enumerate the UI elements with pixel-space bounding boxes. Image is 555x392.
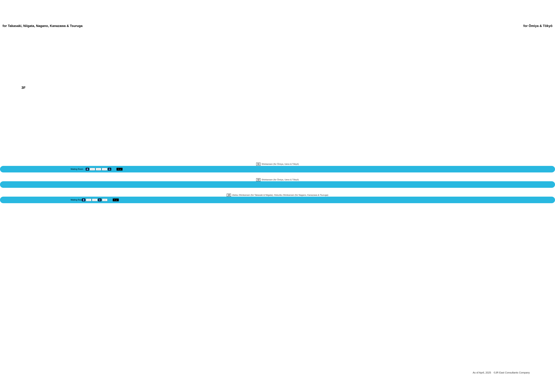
platform-strip-11: Waiting Room ♿ —— —— —— 🏧 ↖ ↙ — [0, 166, 555, 172]
bench-icon-13b: —— — [92, 199, 97, 201]
stairs-icon-11: ↖ ↙ — [117, 168, 123, 171]
bench-icon-11a: —— — [90, 168, 95, 171]
track-13-description: Jōetsu Shinkansen (for Takasaki & Niigat… — [232, 194, 328, 196]
platform-strip-12 — [0, 181, 555, 188]
track-12-description: Shinkansen (for Ōmiya, Ueno & Tōkyō) — [262, 178, 299, 181]
stairs-icon-13: ↖ ↙ — [113, 199, 119, 201]
atm-icon-13: 🏧 — [98, 199, 101, 201]
waiting-room-label-11: Waiting Room — [71, 168, 83, 170]
track-11-number: 11 — [256, 163, 261, 166]
bench-icon-11b: —— — [96, 168, 101, 171]
wheelchair-icon-13: ♿ — [82, 199, 85, 201]
bench-icon-13a: —— — [86, 199, 91, 201]
destination-left: for Takasaki, Niigata, Nagano, Kanazawa … — [2, 24, 83, 28]
bench-icon-13c: —— — [102, 199, 107, 201]
track-11-description: Shinkansen (for Ōmiya, Ueno & Tōkyō) — [262, 163, 299, 165]
destination-right: for Ōmiya & Tōkyō — [523, 24, 553, 28]
track-11-label-row: 11 Shinkansen (for Ōmiya, Ueno & Tōkyō) — [0, 163, 555, 166]
waiting-room-label-13: Waiting Room — [71, 199, 83, 201]
bench-icon-11c: —— — [102, 168, 107, 171]
atm-icon-11: 🏧 — [108, 168, 111, 171]
track-12-number: 12 — [256, 178, 261, 181]
track-13-number: 13 — [227, 194, 231, 197]
track-12-label-row: 12 Shinkansen (for Ōmiya, Ueno & Tōkyō) — [0, 178, 555, 181]
floor-label: 3F — [22, 86, 26, 90]
track-13-label-row: 13 Jōetsu Shinkansen (for Takasaki & Nii… — [0, 194, 555, 197]
platform-13-icons: ♿ —— —— 🏧 —— ↖ ↙ — [82, 199, 119, 201]
wheelchair-icon-11: ♿ — [86, 168, 89, 171]
platform-11-icons: ♿ —— —— —— 🏧 ↖ ↙ — [86, 168, 123, 171]
footer-copyright: As of April, 2025 ©JR East Consultants C… — [473, 371, 530, 374]
platform-strip-13: Waiting Room ♿ —— —— 🏧 —— ↖ ↙ — [0, 197, 555, 203]
